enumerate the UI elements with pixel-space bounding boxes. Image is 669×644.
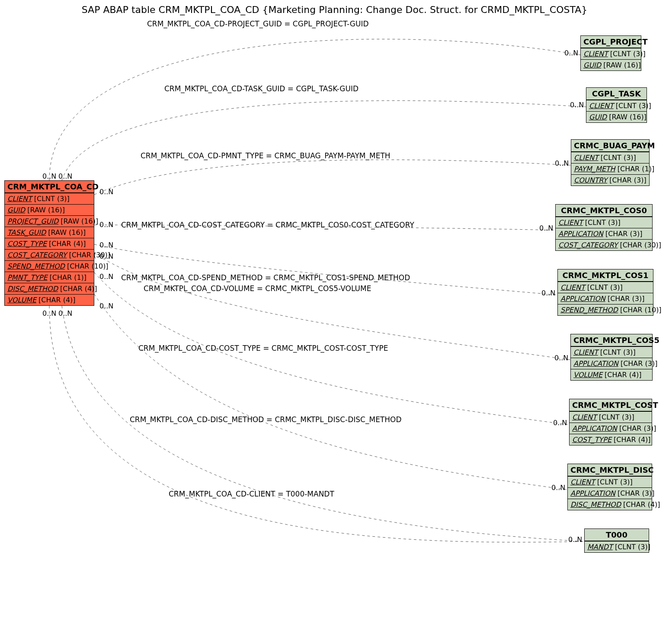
table-row: COST_CATEGORY [CHAR (30)] [556, 239, 652, 250]
cardinality-target: 0..N [554, 354, 568, 362]
table-row: CLIENT [CLNT (3)] [568, 476, 652, 487]
cardinality-source: 0..N [58, 309, 72, 317]
column-name: DISC_METHOD [7, 285, 58, 293]
column-name: APPLICATION [558, 230, 603, 238]
table-row: GUID [RAW (16)] [581, 59, 641, 70]
column-name: PMNT_TYPE [7, 273, 48, 282]
table-row: PAYM_METH [CHAR (1)] [571, 163, 649, 174]
cardinality-source: 0..N [42, 309, 56, 317]
cardinality-target: 0..N [555, 159, 569, 167]
table-header: CGPL_TASK [586, 88, 647, 100]
table-row: APPLICATION [CHAR (3)] [571, 358, 652, 369]
column-name: TASK_GUID [7, 228, 46, 237]
table-crmc_mktpl_cos5: CRMC_MKTPL_COS5CLIENT [CLNT (3)]APPLICAT… [570, 334, 653, 381]
column-name: GUID [589, 113, 607, 121]
column-name: COST_CATEGORY [7, 251, 67, 259]
column-type: [CHAR (3)] [618, 359, 658, 368]
column-type: [CLNT (3)] [614, 102, 651, 110]
column-name: GUID [7, 206, 25, 214]
table-row: TASK_GUID [RAW (16)] [5, 227, 94, 238]
table-row: CLIENT [CLNT (3)] [581, 48, 641, 59]
column-type: [CHAR (3)] [615, 489, 655, 497]
cardinality-source: 0..N [99, 188, 113, 196]
cardinality-source: 0..N [99, 302, 113, 310]
column-type: [CHAR (4)] [602, 371, 642, 379]
column-type: [CLNT (3)] [583, 218, 621, 227]
column-name: CLIENT [573, 348, 598, 356]
edge-label: CRM_MKTPL_COA_CD-DISC_METHOD = CRMC_MKTP… [130, 415, 402, 424]
column-name: CLIENT [560, 283, 585, 292]
table-crmc_mktpl_cos0: CRMC_MKTPL_COS0CLIENT [CLNT (3)]APPLICAT… [555, 204, 653, 251]
table-crmc_buag_paym: CRMC_BUAG_PAYMCLIENT [CLNT (3)]PAYM_METH… [571, 139, 650, 186]
column-name: COUNTRY [574, 176, 607, 184]
table-row: CLIENT [CLNT (3)] [556, 217, 652, 228]
edge-label: CRM_MKTPL_COA_CD-PMNT_TYPE = CRMC_BUAG_P… [141, 151, 391, 160]
edge-label: CRM_MKTPL_COA_CD-TASK_GUID = CGPL_TASK-G… [164, 84, 359, 93]
cardinality-target: 0..N [564, 49, 578, 57]
table-row: GUID [RAW (16)] [586, 111, 647, 122]
table-t000: T000MANDT [CLNT (3)] [584, 529, 649, 553]
table-row: APPLICATION [CHAR (3)] [556, 228, 652, 239]
cardinality-target: 0..N [551, 484, 565, 492]
column-name: APPLICATION [570, 489, 615, 497]
table-row: COST_TYPE [CHAR (4)] [570, 434, 652, 445]
table-row: CLIENT [CLNT (3)] [5, 193, 94, 204]
column-type: [RAW (16)] [607, 113, 647, 121]
cardinality-target: 0..N [570, 101, 584, 109]
column-type: [CHAR (1)] [615, 165, 655, 173]
column-type: [CHAR (4)] [58, 285, 97, 293]
column-type: [RAW (16)] [601, 61, 641, 69]
edge-label: CRM_MKTPL_COA_CD-CLIENT = T000-MANDT [169, 490, 334, 498]
table-header: CRM_MKTPL_COA_CD [5, 181, 94, 193]
edge-label: CRM_MKTPL_COA_CD-VOLUME = CRMC_MKTPL_COS… [144, 284, 371, 293]
column-type: [CLNT (3)] [599, 154, 636, 162]
column-name: VOLUME [573, 371, 602, 379]
relationship-edge [94, 160, 571, 195]
column-name: CLIENT [572, 413, 597, 421]
column-name: APPLICATION [560, 295, 605, 303]
column-type: [CLNT (3)] [595, 478, 633, 486]
column-name: SPEND_METHOD [560, 306, 618, 314]
column-name: APPLICATION [573, 359, 618, 368]
column-name: DISC_METHOD [570, 500, 621, 509]
cardinality-source: 0..N [99, 252, 113, 260]
column-type: [CLNT (3)] [585, 283, 623, 292]
cardinality-source: 0..N [58, 172, 72, 180]
column-name: COST_CATEGORY [558, 241, 618, 249]
column-name: CLIENT [7, 195, 32, 203]
column-type: [CHAR (4)] [611, 436, 651, 444]
column-type: [CHAR (3)] [605, 295, 645, 303]
column-type: [CHAR (1)] [48, 273, 87, 282]
column-type: [CLNT (3)] [598, 348, 636, 356]
table-row: VOLUME [CHAR (4)] [5, 294, 94, 305]
table-header: CGPL_PROJECT [581, 36, 641, 48]
table-row: COST_CATEGORY [CHAR (30)] [5, 249, 94, 260]
table-row: CLIENT [CLNT (3)] [571, 152, 649, 163]
table-header: CRMC_MKTPL_COST [570, 399, 652, 411]
table-row: SPEND_METHOD [CHAR (10)] [5, 260, 94, 272]
edge-label: CRM_MKTPL_COA_CD-COST_CATEGORY = CRMC_MK… [121, 221, 414, 229]
column-type: [RAW (16)] [58, 217, 98, 225]
table-row: DISC_METHOD [CHAR (4)] [5, 283, 94, 294]
table-crmc_mktpl_cos1: CRMC_MKTPL_COS1CLIENT [CLNT (3)]APPLICAT… [557, 269, 653, 316]
column-type: [CLNT (3)] [597, 413, 634, 421]
column-type: [CHAR (4)] [36, 296, 76, 304]
column-name: GUID [583, 61, 601, 69]
column-type: [CHAR (30)] [618, 241, 661, 249]
cardinality-source: 0..N [99, 241, 113, 249]
column-type: [CHAR (4)] [47, 240, 86, 248]
column-name: PAYM_METH [574, 165, 615, 173]
column-name: COST_TYPE [7, 240, 47, 248]
cardinality-source: 0..N [42, 172, 56, 180]
column-name: CLIENT [589, 102, 614, 110]
table-row: COUNTRY [CHAR (3)] [571, 174, 649, 186]
relationship-edge [62, 101, 586, 180]
table-row: APPLICATION [CHAR (3)] [568, 487, 652, 499]
table-header: T000 [585, 529, 649, 541]
table-row: GUID [RAW (16)] [5, 204, 94, 215]
table-row: COST_TYPE [CHAR (4)] [5, 238, 94, 249]
column-name: APPLICATION [572, 424, 617, 433]
column-type: [CHAR (3)] [617, 424, 656, 433]
table-header: CRMC_BUAG_PAYM [571, 140, 649, 152]
column-name: CLIENT [574, 154, 599, 162]
